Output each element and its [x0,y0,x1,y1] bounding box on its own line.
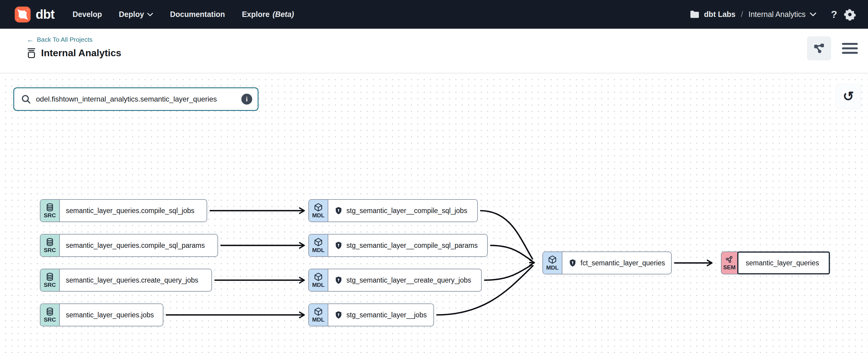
breadcrumb-separator: / [740,10,744,19]
node-badge-mdl: MDL [543,252,562,274]
info-icon[interactable]: i [241,94,252,105]
lineage-icon [812,42,826,55]
node-label: semantic_layer_queries.compile_sql_jobs [60,200,207,222]
search-value: odel.fishtown_internal_analytics.semanti… [36,95,237,104]
database-icon [45,272,54,282]
graph-node-src-jobs[interactable]: SRC semantic_layer_queries.jobs [40,303,163,326]
reset-view-button[interactable]: ↺ [836,84,861,109]
shield-icon [334,276,343,285]
cube-icon [314,238,323,246]
nav-item-explore[interactable]: Explore(Beta) [242,10,294,19]
node-badge-sem: SEM [721,252,738,274]
semantic-network-icon [725,255,734,264]
node-badge-src: SRC [40,200,60,222]
node-label: semantic_layer_queries [737,252,830,274]
shield-icon [334,241,343,249]
chevron-down-icon [147,13,153,16]
page-title-text: Internal Analytics [41,48,121,59]
back-arrow-icon: ← [27,35,34,44]
account-breadcrumb[interactable]: dbt Labs / Internal Analytics [689,10,816,19]
chevron-down-icon [810,12,816,16]
org-name: dbt Labs [704,10,736,19]
graph-node-src-compile-sql-jobs[interactable]: SRC semantic_layer_queries.compile_sql_j… [40,199,207,222]
cube-icon [548,255,557,264]
cube-icon [314,307,323,316]
brand-text: dbt [36,7,54,22]
cube-icon [314,272,323,282]
graph-node-stg-jobs[interactable]: MDL stg_semantic_layer__jobs [308,303,434,326]
node-label: stg_semantic_layer__compile_sql_jobs [328,200,477,222]
graph-node-stg-create-query-jobs[interactable]: MDL stg_semantic_layer__create_query_job… [308,269,482,292]
reset-icon: ↺ [843,90,854,103]
nav-item-deploy[interactable]: Deploy [119,10,153,19]
node-label: semantic_layer_queries.jobs [60,304,163,326]
page-header: ← Back To All Projects Internal Analytic… [0,29,868,73]
nav-items: Develop Deploy Documentation Explore(Bet… [72,10,294,19]
hamburger-icon [841,42,858,55]
search-icon [21,94,31,104]
node-badge-mdl: MDL [309,269,328,291]
lineage-canvas[interactable]: odel.fishtown_internal_analytics.semanti… [0,74,868,353]
node-label: semantic_layer_queries.create_query_jobs [60,269,211,291]
graph-node-semantic-layer-queries[interactable]: SEM semantic_layer_queries [721,252,830,274]
top-nav: dbt Develop Deploy Documentation Explore… [0,0,868,29]
node-badge-src: SRC [40,304,60,326]
node-label: semantic_layer_queries.compile_sql_param… [60,235,217,256]
graph-node-stg-compile-sql-jobs[interactable]: MDL stg_semantic_layer__compile_sql_jobs [308,199,478,222]
graph-node-fct-semantic-layer-queries[interactable]: MDL fct_semantic_layer_queries [542,252,672,274]
nav-item-documentation[interactable]: Documentation [170,10,225,19]
node-label: stg_semantic_layer__compile_sql_params [328,235,487,256]
folder-icon [689,10,700,19]
database-icon [45,307,54,316]
project-icon [27,48,36,59]
shield-icon [568,259,577,267]
project-name: Internal Analytics [748,10,805,19]
back-link-label: Back To All Projects [37,36,92,43]
lineage-view-button[interactable] [807,36,831,60]
database-icon [45,238,54,246]
graph-node-src-compile-sql-params[interactable]: SRC semantic_layer_queries.compile_sql_p… [40,234,218,257]
node-badge-mdl: MDL [309,235,328,256]
node-label: stg_semantic_layer__create_query_jobs [328,269,481,291]
help-icon[interactable]: ? [831,8,837,20]
nav-item-develop[interactable]: Develop [72,10,102,19]
cube-icon [314,203,323,212]
shield-icon [334,311,343,319]
back-to-projects-link[interactable]: ← Back To All Projects [27,35,92,44]
node-label: fct_semantic_layer_queries [562,252,671,274]
node-badge-src: SRC [40,269,60,291]
node-label: stg_semantic_layer__jobs [328,304,433,326]
node-badge-mdl: MDL [309,200,328,222]
search-input[interactable]: odel.fishtown_internal_analytics.semanti… [13,87,258,111]
page-title: Internal Analytics [27,48,121,59]
node-badge-src: SRC [40,235,60,256]
shield-icon [334,206,343,215]
graph-node-src-create-query-jobs[interactable]: SRC semantic_layer_queries.create_query_… [40,269,212,292]
nav-right: dbt Labs / Internal Analytics ? [689,8,856,21]
database-icon [45,203,54,212]
gear-icon[interactable] [844,8,856,21]
dbt-logo[interactable]: dbt [14,6,54,23]
dbt-logo-icon [14,6,31,23]
menu-button[interactable] [838,36,862,60]
graph-node-stg-compile-sql-params[interactable]: MDL stg_semantic_layer__compile_sql_para… [308,234,488,257]
node-badge-mdl: MDL [309,304,328,326]
